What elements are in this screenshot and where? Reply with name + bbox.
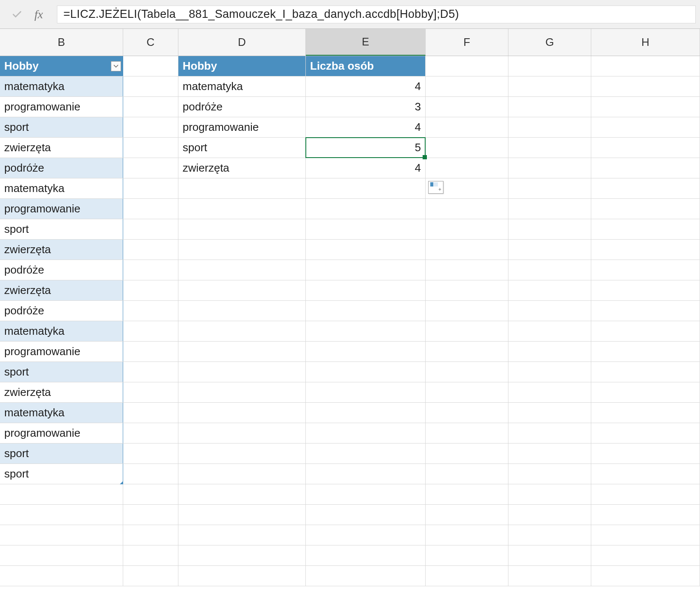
empty-cell[interactable] [306,342,426,362]
empty-cell[interactable] [508,423,591,443]
empty-cell[interactable] [426,321,508,341]
formula-confirm-icon[interactable] [11,8,23,21]
empty-cell[interactable] [426,545,508,565]
empty-cell[interactable] [508,138,591,158]
table-b-cell[interactable]: podróże [0,301,123,321]
table-b-cell[interactable]: programowanie [0,342,123,362]
empty-cell[interactable] [508,464,591,484]
empty-cell[interactable] [508,484,591,504]
empty-cell[interactable] [426,260,508,280]
empty-cell[interactable] [306,545,426,565]
empty-cell[interactable] [591,219,700,239]
empty-cell[interactable] [426,566,508,586]
empty-cell[interactable] [306,444,426,463]
empty-cell[interactable] [591,301,700,321]
formula-input[interactable]: =LICZ.JEŻELI(Tabela__881_Samouczek_I_baz… [57,6,696,23]
empty-cell[interactable] [426,219,508,239]
spreadsheet-grid[interactable]: HobbyHobbyLiczba osóbmatematykamatematyk… [0,56,700,586]
empty-cell[interactable] [591,342,700,362]
empty-cell[interactable] [591,382,700,402]
empty-cell[interactable] [123,280,178,300]
fx-button[interactable]: fx [31,8,51,21]
empty-cell[interactable] [306,178,426,198]
empty-cell[interactable] [591,321,700,341]
empty-cell[interactable] [123,219,178,239]
empty-cell[interactable] [591,260,700,280]
empty-cell[interactable] [426,280,508,300]
empty-cell[interactable] [426,56,508,76]
empty-cell[interactable] [123,158,178,178]
empty-cell[interactable] [591,280,700,300]
empty-cell[interactable] [591,178,700,198]
empty-cell[interactable] [306,566,426,586]
empty-cell[interactable] [123,260,178,280]
table-b-cell[interactable]: sport [0,444,123,463]
empty-cell[interactable] [123,403,178,423]
empty-cell[interactable] [508,505,591,525]
empty-cell[interactable] [426,444,508,463]
empty-cell[interactable] [306,280,426,300]
table-b-header[interactable]: Hobby [0,56,123,76]
empty-cell[interactable] [591,117,700,137]
empty-cell[interactable] [426,240,508,260]
empty-cell[interactable] [426,301,508,321]
empty-cell[interactable] [123,199,178,219]
summary-cell-count[interactable]: 4 [306,76,426,96]
empty-cell[interactable] [178,464,306,484]
empty-cell[interactable] [123,76,178,96]
empty-cell[interactable] [178,505,306,525]
empty-cell[interactable] [123,423,178,443]
table-b-cell[interactable]: matematyka [0,178,123,198]
empty-cell[interactable] [123,117,178,137]
column-header-D[interactable]: D [178,29,306,56]
empty-cell[interactable] [591,525,700,545]
empty-cell[interactable] [178,403,306,423]
empty-cell[interactable] [591,505,700,525]
empty-cell[interactable] [178,199,306,219]
empty-cell[interactable] [123,240,178,260]
filter-dropdown-icon[interactable] [111,61,121,71]
empty-cell[interactable] [123,342,178,362]
empty-cell[interactable] [178,342,306,362]
summary-cell-hobby[interactable]: programowanie [178,117,306,137]
summary-cell-count[interactable]: 4 [306,117,426,137]
empty-cell[interactable] [123,382,178,402]
empty-cell[interactable] [426,342,508,362]
column-header-B[interactable]: B [0,29,123,56]
empty-cell[interactable] [178,382,306,402]
empty-cell[interactable] [508,199,591,219]
empty-cell[interactable] [591,423,700,443]
empty-cell[interactable] [508,444,591,463]
empty-cell[interactable] [426,505,508,525]
empty-cell[interactable] [178,525,306,545]
summary-cell-hobby[interactable]: podróże [178,97,306,117]
table-b-cell[interactable]: podróże [0,158,123,178]
empty-cell[interactable] [306,484,426,504]
column-header-E[interactable]: E [306,29,426,56]
empty-cell[interactable] [591,240,700,260]
table-b-cell[interactable]: programowanie [0,97,123,117]
empty-cell[interactable] [123,464,178,484]
table-b-cell[interactable]: matematyka [0,321,123,341]
empty-cell[interactable] [426,423,508,443]
table-b-cell[interactable]: matematyka [0,403,123,423]
empty-cell[interactable] [123,97,178,117]
empty-cell[interactable] [306,362,426,382]
empty-cell[interactable] [508,566,591,586]
empty-cell[interactable] [306,260,426,280]
summary-cell-hobby[interactable]: sport [178,138,306,158]
empty-cell[interactable] [591,362,700,382]
table-b-cell[interactable]: programowanie [0,199,123,219]
empty-cell[interactable] [123,178,178,198]
empty-cell[interactable] [178,484,306,504]
empty-cell[interactable] [178,219,306,239]
table-b-cell[interactable]: zwierzęta [0,240,123,260]
empty-cell[interactable] [123,505,178,525]
empty-cell[interactable] [508,117,591,137]
empty-cell[interactable] [426,362,508,382]
empty-cell[interactable] [591,138,700,158]
empty-cell[interactable] [508,321,591,341]
table-b-cell[interactable]: podróże [0,260,123,280]
empty-cell[interactable] [306,240,426,260]
empty-cell[interactable] [508,240,591,260]
